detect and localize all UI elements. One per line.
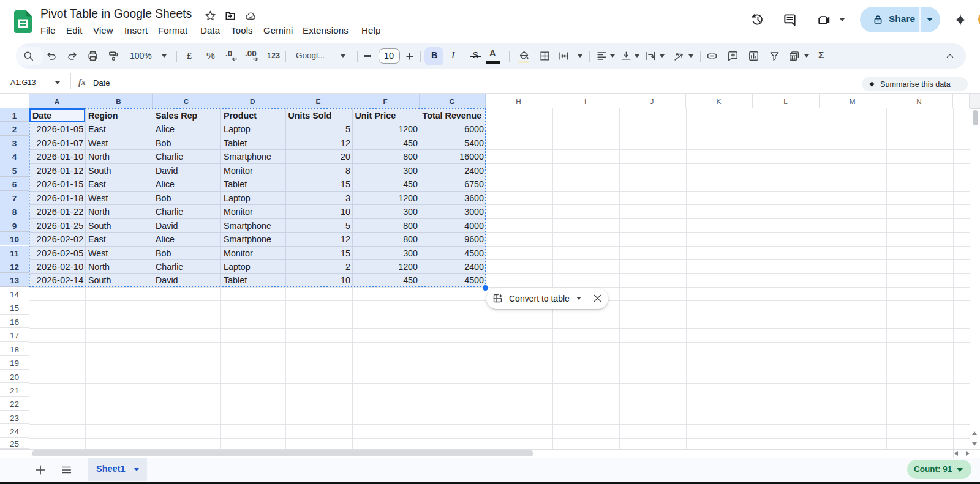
svg-text:A: A xyxy=(676,51,680,58)
